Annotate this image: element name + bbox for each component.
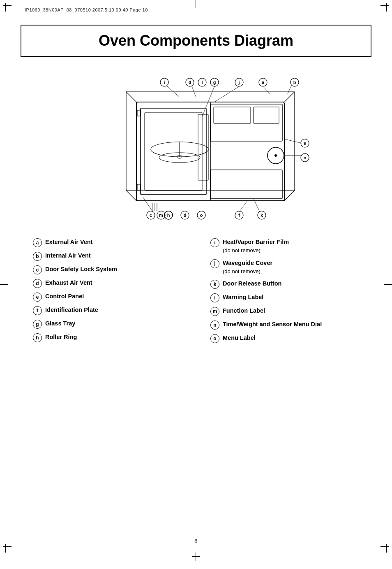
svg-text:b: b (293, 80, 296, 85)
component-text-k: Door Release Button (223, 279, 281, 288)
component-text-e: Control Panel (45, 292, 84, 300)
svg-text:e: e (304, 141, 306, 146)
component-item-h: hRoller Ring (33, 333, 194, 342)
svg-text:k: k (261, 213, 263, 218)
svg-line-69 (143, 197, 153, 212)
component-letter-n: n (210, 320, 219, 330)
svg-rect-2 (141, 108, 206, 195)
component-item-n: nTime/Weight and Sensor Menu Dial (210, 320, 371, 330)
component-text-h: Roller Ring (45, 333, 77, 341)
component-text-f: Identification Plate (45, 306, 98, 314)
component-text-o: Menu Label (223, 334, 256, 342)
svg-text:f: f (238, 213, 240, 218)
svg-line-61 (263, 86, 270, 94)
component-text-g: Glass Tray (45, 319, 75, 327)
svg-rect-6 (210, 104, 282, 141)
oven-diagram-svg: a b c d d e f g h (62, 69, 330, 225)
page-number: 8 (194, 538, 198, 544)
svg-point-11 (274, 154, 277, 157)
component-item-b: bInternal Air Vent (33, 251, 194, 261)
component-item-l: lWarning Label (210, 293, 371, 302)
component-letter-h: h (33, 333, 42, 342)
center-mark-bottom (192, 553, 200, 561)
svg-text:j: j (238, 80, 240, 85)
title-box: Oven Components Diagram (21, 25, 371, 57)
header-meta: IP1069_38N00AP_08_070510 2007.5.10 09:40… (25, 7, 148, 12)
page-title: Oven Components Diagram (30, 32, 362, 49)
svg-line-21 (126, 190, 136, 201)
svg-text:c: c (150, 213, 152, 218)
diagram-area: a b c d d e f g h (21, 69, 371, 225)
corner-mark-tr (380, 3, 389, 12)
component-letter-k: k (210, 280, 219, 289)
component-letter-i: i (210, 238, 219, 247)
component-subtext-i: (do not remove) (223, 247, 261, 253)
component-subtext-j: (do not remove) (223, 268, 261, 274)
component-item-g: gGlass Tray (33, 319, 194, 329)
component-letter-a: a (33, 238, 42, 247)
svg-rect-8 (254, 107, 279, 123)
component-letter-l: l (210, 293, 219, 302)
svg-text:d: d (189, 80, 191, 85)
svg-line-66 (202, 86, 214, 116)
svg-line-22 (284, 190, 295, 201)
svg-rect-7 (214, 107, 251, 123)
component-text-n: Time/Weight and Sensor Menu Dial (223, 320, 322, 328)
component-letter-d: d (33, 279, 42, 288)
corner-mark-br (380, 544, 389, 553)
svg-text:g: g (213, 80, 216, 85)
svg-line-19 (126, 92, 136, 102)
component-item-k: kDoor Release Button (210, 279, 371, 289)
component-letter-o: o (210, 334, 219, 343)
component-item-i: iHeat/Vapor Barrier Film(do not remove) (210, 238, 371, 255)
svg-rect-5 (137, 184, 141, 190)
component-item-d: dExhaust Air Vent (33, 279, 194, 288)
component-item-a: aExternal Air Vent (33, 238, 194, 247)
component-letter-m: m (210, 307, 219, 316)
corner-mark-tl (3, 3, 12, 12)
corner-mark-bl (3, 544, 12, 553)
svg-text:l: l (201, 80, 203, 85)
svg-rect-27 (198, 114, 208, 180)
component-text-i: Heat/Vapor Barrier Film(do not remove) (223, 238, 289, 255)
component-text-m: Function Label (223, 307, 265, 315)
main-content: Oven Components Diagram (21, 25, 371, 347)
components-col-right: iHeat/Vapor Barrier Film(do not remove)j… (210, 238, 371, 347)
component-letter-e: e (33, 293, 42, 302)
component-item-c: cDoor Safety Lock System (33, 265, 194, 274)
svg-rect-1 (136, 102, 210, 201)
component-letter-c: c (33, 265, 42, 274)
component-item-o: oMenu Label (210, 334, 371, 343)
component-text-b: Internal Air Vent (45, 251, 91, 260)
component-letter-f: f (33, 306, 42, 315)
center-mark-right (384, 281, 392, 289)
component-letter-b: b (33, 252, 42, 261)
svg-text:m: m (159, 213, 163, 218)
svg-text:o: o (200, 213, 203, 218)
svg-rect-3 (145, 112, 202, 190)
component-text-a: External Air Vent (45, 238, 93, 246)
component-text-l: Warning Label (223, 293, 263, 301)
svg-line-65 (214, 86, 239, 102)
svg-rect-4 (137, 110, 141, 116)
center-mark-top (192, 0, 200, 8)
component-letter-g: g (33, 320, 42, 329)
svg-text:h: h (167, 213, 170, 218)
component-letter-j: j (210, 259, 219, 268)
svg-line-70 (239, 201, 247, 212)
components-list: aExternal Air VentbInternal Air VentcDoo… (21, 238, 371, 347)
component-item-m: mFunction Label (210, 307, 371, 316)
component-text-d: Exhaust Air Vent (45, 279, 92, 287)
svg-line-62 (288, 85, 292, 94)
svg-line-20 (284, 92, 295, 102)
svg-text:n: n (304, 155, 307, 160)
component-item-j: jWaveguide Cover (do not remove) (210, 259, 371, 276)
component-item-e: eControl Panel (33, 292, 194, 302)
svg-text:i: i (164, 80, 165, 85)
svg-text:d: d (184, 213, 187, 218)
component-item-f: fIdentification Plate (33, 306, 194, 315)
svg-text:a: a (262, 80, 265, 85)
components-col-left: aExternal Air VentbInternal Air VentcDoo… (33, 238, 194, 347)
component-text-j: Waveguide Cover (do not remove) (223, 259, 272, 276)
svg-rect-9 (210, 170, 282, 199)
